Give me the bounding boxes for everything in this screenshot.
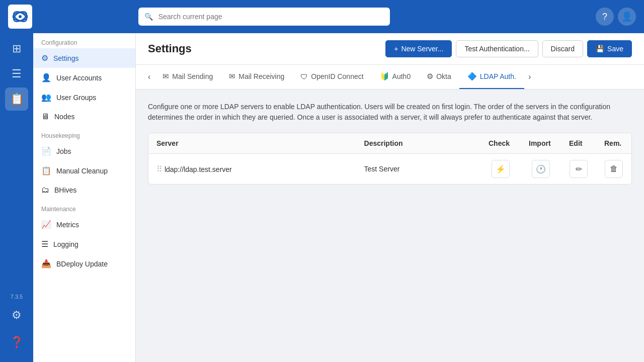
metrics-icon: 📈	[41, 220, 51, 229]
tab-mail-receiving-label: Mail Receiving	[238, 72, 284, 80]
remove-cell: 🗑	[596, 154, 631, 185]
col-header-server: Server	[148, 133, 356, 154]
okta-icon: ⚙	[427, 72, 433, 81]
plus-icon: +	[394, 45, 398, 53]
col-header-check: Check	[480, 133, 521, 154]
tab-mail-sending[interactable]: ✉ Mail Sending	[154, 65, 221, 89]
sidebar-item-settings[interactable]: ⚙ Settings	[33, 48, 135, 68]
tab-arrow-left[interactable]: ‹	[144, 66, 154, 87]
search-icon: 🔍	[144, 13, 153, 21]
edit-cell: ✏	[561, 154, 596, 185]
description-text: Configure one or more LDAP servers to en…	[148, 102, 632, 123]
openid-icon: 🛡	[300, 72, 308, 81]
import-cell: 🕐	[521, 154, 561, 185]
discard-button[interactable]: Discard	[542, 40, 583, 57]
logging-icon: ☰	[41, 239, 48, 249]
rail-icon-help[interactable]: ❓	[5, 331, 28, 354]
check-button[interactable]: ⚡	[492, 160, 510, 178]
user-accounts-icon: 👤	[41, 73, 51, 82]
col-header-description: Description	[356, 133, 480, 154]
sidebar-item-bdeploy-update-label: BDeploy Update	[56, 260, 108, 268]
col-header-rem: Rem.	[596, 133, 631, 154]
section-label-maintenance: Maintenance	[33, 200, 135, 215]
save-icon: 💾	[596, 45, 604, 53]
rail-icon-settings[interactable]: 📋	[5, 87, 28, 111]
tab-okta-label: Okta	[436, 72, 451, 80]
bhives-icon: 🗂	[41, 186, 49, 195]
sidebar-item-manual-cleanup[interactable]: 📋 Manual Cleanup	[33, 161, 135, 180]
server-table: Server Description Check Import Edit Rem…	[148, 133, 631, 184]
sidebar-item-jobs-label: Jobs	[56, 147, 71, 155]
mail-receiving-icon: ✉	[229, 72, 235, 81]
new-server-label: New Server...	[401, 45, 443, 53]
header-actions: + New Server... Test Authentication... D…	[385, 40, 632, 57]
user-groups-icon: 👥	[41, 93, 51, 102]
tab-arrow-right[interactable]: ›	[524, 66, 535, 87]
sidebar-item-logging-label: Logging	[53, 240, 78, 248]
main-panel: Configure one or more LDAP servers to en…	[136, 89, 644, 362]
sidebar-item-user-accounts[interactable]: 👤 User Accounts	[33, 68, 135, 87]
section-label-configuration: Configuration	[33, 33, 135, 48]
table-header-row: Server Description Check Import Edit Rem…	[148, 133, 631, 154]
rail-icon-grid[interactable]: ⊞	[5, 37, 28, 60]
tab-mail-receiving[interactable]: ✉ Mail Receiving	[221, 65, 292, 89]
page-header: Settings + New Server... Test Authentica…	[136, 33, 644, 65]
sidebar-item-bhives[interactable]: 🗂 BHives	[33, 180, 135, 200]
col-header-edit: Edit	[561, 133, 596, 154]
tab-okta[interactable]: ⚙ Okta	[419, 65, 459, 89]
sidebar-item-user-accounts-label: User Accounts	[56, 74, 102, 82]
help-button[interactable]: ?	[596, 8, 614, 26]
section-label-housekeeping: Housekeeping	[33, 126, 135, 141]
icon-rail: ⊞ ☰ 📋 7.3.5 ⚙ ❓	[0, 33, 33, 362]
auth0-icon: 🔰	[380, 72, 389, 81]
settings-icon: ⚙	[41, 53, 48, 63]
drag-handle[interactable]: ⠿	[156, 165, 163, 173]
test-auth-label: Test Authentication...	[464, 45, 529, 53]
import-button[interactable]: 🕐	[532, 160, 550, 178]
user-button[interactable]: 👤	[618, 8, 636, 26]
tab-mail-sending-label: Mail Sending	[172, 72, 213, 80]
rail-icon-list[interactable]: ☰	[5, 62, 28, 85]
table-row: ⠿ ldap://ldap.test.server Test Server ⚡ …	[148, 154, 631, 185]
discard-label: Discard	[551, 45, 575, 53]
rail-icon-config[interactable]: ⚙	[5, 304, 28, 327]
search-input[interactable]	[138, 8, 390, 26]
page-title: Settings	[148, 42, 192, 55]
col-header-import: Import	[521, 133, 561, 154]
tab-auth0[interactable]: 🔰 Auth0	[372, 65, 419, 89]
jobs-icon: 📄	[41, 146, 51, 156]
server-table-container: Server Description Check Import Edit Rem…	[148, 133, 632, 185]
topbar: 🔍 ? 👤	[0, 0, 644, 33]
nodes-icon: 🖥	[41, 112, 49, 121]
tab-openid-connect[interactable]: 🛡 OpenID Connect	[292, 65, 371, 89]
sidebar-item-bdeploy-update[interactable]: 📥 BDeploy Update	[33, 254, 135, 274]
edit-button[interactable]: ✏	[570, 160, 588, 178]
sidebar-item-settings-label: Settings	[53, 54, 79, 62]
manual-cleanup-icon: 📋	[41, 166, 51, 175]
sidebar-item-user-groups[interactable]: 👥 User Groups	[33, 87, 135, 107]
remove-button[interactable]: 🗑	[605, 160, 623, 178]
sidebar-item-metrics-label: Metrics	[56, 221, 79, 229]
description-value: Test Server	[364, 165, 400, 173]
tab-ldap-auth[interactable]: 🔷 LDAP Auth.	[459, 65, 524, 89]
description-cell: Test Server	[356, 154, 480, 185]
sidebar-item-nodes-label: Nodes	[54, 113, 74, 121]
ldap-icon: 🔷	[467, 72, 477, 81]
sidebar-item-logging[interactable]: ☰ Logging	[33, 234, 135, 254]
app-logo	[8, 5, 32, 29]
sidebar-item-jobs[interactable]: 📄 Jobs	[33, 141, 135, 161]
save-button[interactable]: 💾 Save	[587, 40, 632, 57]
tab-openid-label: OpenID Connect	[311, 72, 363, 80]
save-label: Save	[607, 45, 623, 53]
new-server-button[interactable]: + New Server...	[385, 40, 452, 57]
server-cell: ⠿ ldap://ldap.test.server	[148, 154, 356, 185]
sidebar-item-metrics[interactable]: 📈 Metrics	[33, 215, 135, 234]
search-container: 🔍	[138, 8, 390, 26]
main-layout: ⊞ ☰ 📋 7.3.5 ⚙ ❓ Configuration ⚙ Settings…	[0, 33, 644, 362]
check-cell: ⚡	[480, 154, 521, 185]
sidebar-item-nodes[interactable]: 🖥 Nodes	[33, 107, 135, 126]
sidebar: Configuration ⚙ Settings 👤 User Accounts…	[33, 33, 136, 362]
sidebar-item-user-groups-label: User Groups	[56, 94, 96, 102]
test-authentication-button[interactable]: Test Authentication...	[456, 40, 538, 57]
topbar-actions: ? 👤	[596, 8, 636, 26]
